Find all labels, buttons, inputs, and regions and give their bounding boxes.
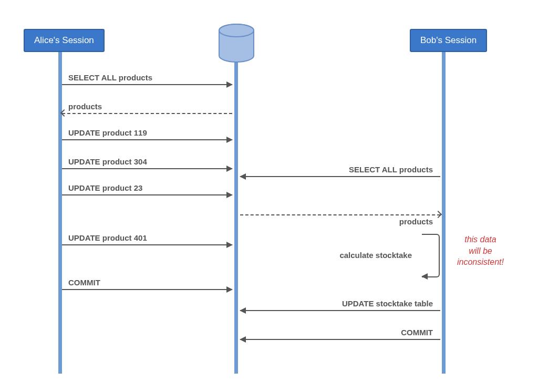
lifeline-db [234, 47, 238, 374]
msg-select-all-bob [240, 176, 440, 177]
msg-label-m7: products [399, 217, 433, 226]
msg-update-119 [62, 139, 232, 140]
msg-label-m3: UPDATE product 119 [68, 128, 147, 137]
msg-select-all-alice [62, 84, 232, 85]
msg-label-m11: UPDATE stocktake table [342, 299, 433, 308]
msg-update-stocktake [240, 310, 440, 311]
msg-label-m9: calculate stocktake [339, 251, 412, 260]
actor-alice-label: Alice's Session [34, 35, 94, 45]
msg-label-m4: UPDATE product 304 [68, 157, 147, 166]
msg-products-return-bob [240, 214, 440, 215]
msg-commit-bob [240, 339, 440, 339]
msg-commit-alice [62, 289, 232, 290]
actor-alice: Alice's Session [24, 29, 105, 52]
msg-label-m1: SELECT ALL products [68, 73, 152, 82]
actor-bob: Bob's Session [410, 29, 487, 52]
lifeline-bob [442, 47, 446, 374]
msg-label-m10: COMMIT [68, 278, 100, 287]
msg-update-401 [62, 244, 232, 245]
msg-update-23 [62, 194, 232, 195]
annotation-line-2: will be [469, 246, 492, 255]
msg-label-m6: UPDATE product 23 [68, 183, 142, 192]
lifeline-alice [58, 47, 62, 374]
annotation-line-1: this data [464, 235, 496, 244]
annotation-inconsistent: this data will be inconsistent! [457, 234, 504, 268]
msg-label-m5: SELECT ALL products [349, 165, 433, 174]
msg-calculate-stocktake [422, 234, 440, 277]
msg-label-m12: COMMIT [401, 328, 433, 337]
msg-label-m2: products [68, 102, 102, 111]
svg-point-1 [219, 24, 254, 37]
actor-bob-label: Bob's Session [420, 35, 477, 45]
database-icon [218, 55, 255, 64]
annotation-line-3: inconsistent! [457, 257, 504, 266]
msg-label-m8: UPDATE product 401 [68, 233, 147, 242]
msg-update-304 [62, 168, 232, 169]
msg-products-return-alice [62, 113, 232, 114]
actor-db [218, 24, 255, 63]
